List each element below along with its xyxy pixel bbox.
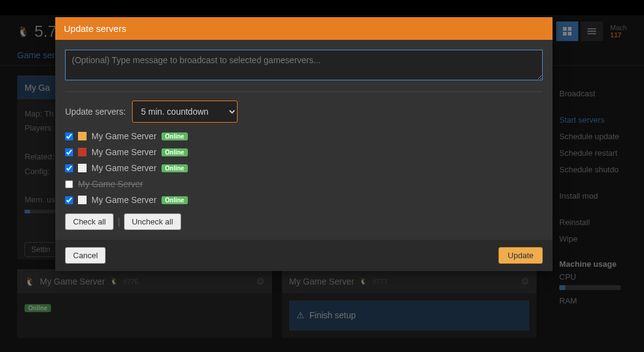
server-checkbox-row[interactable]: My Game ServerOnline — [65, 163, 543, 173]
server-checkbox[interactable] — [65, 132, 73, 140]
game-icon — [78, 148, 87, 156]
divider — [65, 91, 543, 92]
broadcast-message-input[interactable] — [65, 50, 543, 80]
modal-title: Update servers — [55, 17, 553, 40]
update-servers-modal: Update servers Update servers: 5 min. co… — [55, 17, 553, 271]
server-checkbox[interactable] — [65, 196, 73, 204]
game-icon — [78, 132, 87, 140]
update-servers-label: Update servers: — [65, 107, 126, 117]
game-icon — [78, 196, 87, 204]
cancel-button[interactable]: Cancel — [65, 247, 106, 264]
status-badge: Online — [161, 132, 188, 140]
status-badge: Online — [161, 196, 188, 204]
status-badge: Online — [161, 164, 188, 172]
server-name: My Game Server — [91, 147, 157, 157]
server-checkbox-row[interactable]: My Game ServerOnline — [65, 131, 543, 141]
server-checkbox-row[interactable]: My Game ServerOnline — [65, 195, 543, 205]
countdown-select[interactable]: 5 min. countdown — [132, 101, 238, 123]
server-name: My Game Server — [78, 179, 143, 189]
check-all-button[interactable]: Check all — [65, 213, 114, 230]
server-name: My Game Server — [91, 163, 157, 173]
game-icon — [78, 164, 87, 172]
update-button[interactable]: Update — [499, 247, 543, 264]
uncheck-all-button[interactable]: Uncheck all — [124, 213, 181, 230]
server-name: My Game Server — [91, 195, 157, 205]
server-checkbox-row[interactable]: My Game ServerOnline — [65, 147, 543, 157]
server-name: My Game Server — [91, 131, 157, 141]
server-checkbox[interactable] — [65, 180, 73, 188]
server-checkbox[interactable] — [65, 148, 73, 156]
server-checkbox-row[interactable]: My Game Server — [65, 179, 543, 189]
server-checkbox[interactable] — [65, 164, 73, 172]
separator: | — [117, 216, 120, 228]
status-badge: Online — [161, 148, 188, 156]
